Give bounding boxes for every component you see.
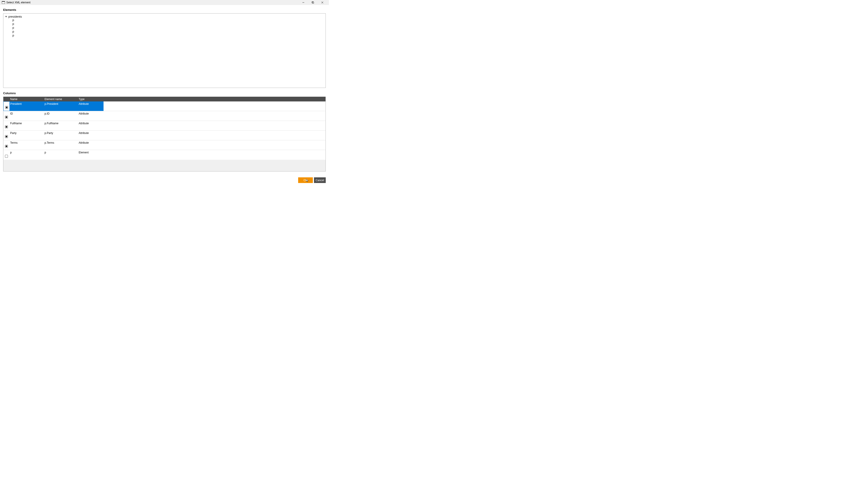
row-element-name: p.Terms: [44, 141, 78, 144]
row-checkbox-cell[interactable]: [3, 111, 9, 121]
row-checkbox-cell[interactable]: [3, 101, 9, 111]
tree-children: p p p p p: [12, 18, 324, 37]
row-element-name: p.Party: [44, 131, 78, 135]
tree-root-label: presidents: [8, 15, 22, 18]
cancel-button[interactable]: Cancel: [314, 177, 326, 183]
row-name: President: [9, 102, 44, 105]
columns-body: President p.President Attribute ID p.ID …: [3, 101, 326, 160]
columns-label: Columns: [3, 92, 326, 95]
row-name: ID: [9, 112, 44, 115]
row-checkbox-cell[interactable]: [3, 150, 9, 160]
ok-button[interactable]: OK: [298, 177, 313, 183]
svg-rect-4: [312, 2, 314, 3]
row-checkbox-cell[interactable]: [3, 131, 9, 140]
row-name: p: [9, 151, 44, 154]
tree-child-node[interactable]: p: [12, 18, 324, 22]
checkbox-icon[interactable]: [5, 155, 8, 158]
elements-tree-panel[interactable]: presidents p p p p p: [3, 13, 326, 88]
table-row[interactable]: p p Element: [3, 150, 326, 160]
row-element-name: p.FullName: [44, 122, 78, 125]
row-type: Attribute: [78, 102, 103, 105]
tree-root-node[interactable]: presidents: [5, 15, 324, 18]
maximize-button[interactable]: [308, 0, 318, 5]
row-name: FullName: [9, 122, 44, 125]
row-type: Attribute: [78, 112, 103, 115]
columns-header-row: Name Element name Type: [3, 97, 326, 101]
header-name[interactable]: Name: [10, 98, 44, 101]
close-button[interactable]: [318, 0, 327, 5]
elements-label: Elements: [3, 8, 326, 11]
row-checkbox-cell[interactable]: [3, 121, 9, 130]
tree-child-node[interactable]: p: [12, 30, 324, 34]
row-checkbox-cell[interactable]: [3, 140, 9, 150]
svg-rect-1: [2, 2, 5, 4]
tree-child-node[interactable]: p: [12, 34, 324, 37]
checkbox-icon[interactable]: [5, 116, 8, 119]
row-element-name: p.ID: [44, 112, 78, 115]
titlebar: Select XML element: [0, 0, 329, 5]
row-element-name: p.President: [44, 102, 78, 105]
header-element-name[interactable]: Element name: [44, 98, 79, 101]
row-type: Element: [78, 151, 103, 154]
app-icon: [2, 1, 5, 4]
window-title: Select XML element: [6, 1, 299, 4]
checkbox-icon[interactable]: [5, 135, 8, 138]
checkbox-icon[interactable]: [5, 106, 8, 109]
table-row[interactable]: ID p.ID Attribute: [3, 111, 326, 121]
tree-child-node[interactable]: p: [12, 22, 324, 26]
checkbox-icon[interactable]: [5, 145, 8, 148]
row-name: Terms: [9, 141, 44, 144]
header-type[interactable]: Type: [79, 98, 104, 101]
dialog-footer: OK Cancel: [0, 175, 329, 185]
table-row[interactable]: FullName p.FullName Attribute: [3, 121, 326, 131]
row-type: Attribute: [78, 141, 103, 144]
columns-panel: Name Element name Type President p.Presi…: [3, 97, 326, 171]
row-name: Party: [9, 131, 44, 135]
checkbox-icon[interactable]: [5, 125, 8, 128]
table-row[interactable]: Party p.Party Attribute: [3, 131, 326, 140]
collapse-icon[interactable]: [5, 16, 7, 18]
columns-empty-area: [3, 160, 326, 171]
table-row[interactable]: Terms p.Terms Attribute: [3, 140, 326, 150]
tree-child-node[interactable]: p: [12, 26, 324, 30]
window-controls: [299, 0, 327, 5]
table-row[interactable]: President p.President Attribute: [3, 101, 326, 111]
minimize-button[interactable]: [299, 0, 308, 5]
row-element-name: p: [44, 151, 78, 154]
row-type: Attribute: [78, 131, 103, 135]
row-type: Attribute: [78, 122, 103, 125]
